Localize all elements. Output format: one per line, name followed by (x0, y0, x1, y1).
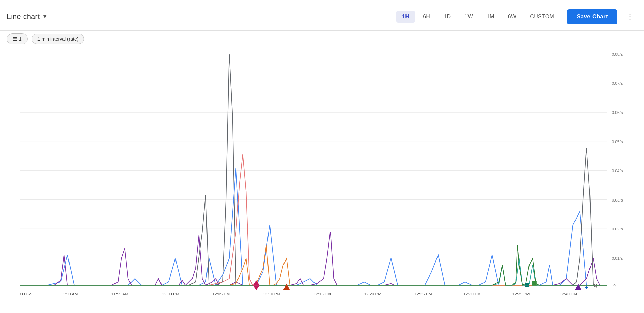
svg-text:12:15 PM: 12:15 PM (313, 292, 331, 296)
svg-text:12:10 PM: 12:10 PM (263, 292, 280, 296)
svg-text:11:50 AM: 11:50 AM (61, 292, 78, 296)
svg-text:0.02/s: 0.02/s (612, 227, 623, 232)
more-options-button[interactable]: ⋮ (624, 11, 637, 23)
svg-text:12:35 PM: 12:35 PM (512, 292, 530, 296)
time-btn-1h[interactable]: 1H (396, 11, 415, 23)
svg-text:12:05 PM: 12:05 PM (212, 292, 230, 296)
teal-square-marker (525, 283, 529, 287)
svg-text:0.01/s: 0.01/s (612, 256, 623, 261)
svg-text:0.06/s: 0.06/s (612, 110, 623, 115)
filter-button[interactable]: ☰ 1 (7, 33, 28, 44)
svg-text:12:25 PM: 12:25 PM (415, 292, 432, 296)
svg-text:0.05/s: 0.05/s (612, 139, 623, 144)
interval-button[interactable]: 1 min interval (rate) (32, 34, 85, 44)
svg-text:11:55 AM: 11:55 AM (111, 292, 128, 296)
svg-text:UTC-5: UTC-5 (20, 292, 32, 296)
chart-title: Line chart ▼ (7, 12, 396, 21)
chart-area: 0.08/s 0.07/s 0.06/s 0.05/s 0.04/s 0.03/… (0, 47, 644, 312)
svg-text:12:00 PM: 12:00 PM (162, 292, 179, 296)
time-btn-1w[interactable]: 1W (458, 11, 479, 23)
time-btn-6h[interactable]: 6H (417, 11, 436, 23)
svg-text:0.07/s: 0.07/s (612, 81, 623, 86)
time-btn-custom[interactable]: CUSTOM (524, 11, 560, 23)
chart-svg: 0.08/s 0.07/s 0.06/s 0.05/s 0.04/s 0.03/… (7, 50, 624, 299)
svg-text:12:40 PM: 12:40 PM (559, 292, 577, 296)
filter-icon: ☰ (13, 36, 17, 42)
svg-text:0.04/s: 0.04/s (612, 168, 623, 173)
svg-text:0.03/s: 0.03/s (612, 198, 623, 203)
svg-text:12:30 PM: 12:30 PM (463, 292, 481, 296)
save-chart-button[interactable]: Save Chart (567, 9, 617, 24)
chart-type-dropdown-icon[interactable]: ▼ (42, 13, 48, 20)
svg-text:0.08/s: 0.08/s (612, 52, 623, 57)
svg-text:12:20 PM: 12:20 PM (364, 292, 381, 296)
time-controls: 1H 6H 1D 1W 1M 6W CUSTOM Save Chart ⋮ (396, 9, 637, 24)
time-btn-1d[interactable]: 1D (438, 11, 457, 23)
sub-bar: ☰ 1 1 min interval (rate) (0, 31, 644, 47)
chart-title-text: Line chart (7, 12, 40, 21)
svg-text:0: 0 (613, 283, 616, 288)
filter-count: 1 (19, 36, 22, 42)
time-btn-6w[interactable]: 6W (502, 11, 523, 23)
triangle-down-marker (283, 284, 290, 290)
top-bar: Line chart ▼ 1H 6H 1D 1W 1M 6W CUSTOM Sa… (0, 0, 644, 31)
x-marker: ✕ (593, 283, 598, 289)
time-btn-1m[interactable]: 1M (480, 11, 501, 23)
